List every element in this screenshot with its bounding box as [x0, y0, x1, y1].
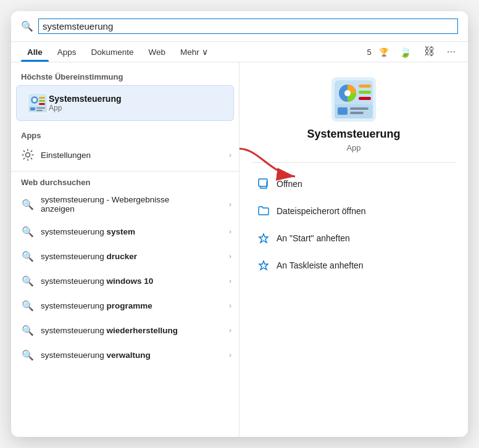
pin-taskbar-icon [257, 259, 270, 272]
app-detail-icon [331, 77, 376, 122]
list-item-web-5[interactable]: 🔍 systemsteuerung programme › [11, 293, 239, 318]
left-panel: Höchste Übereinstimmung Sy [11, 62, 240, 437]
search-web-icon-7: 🔍 [21, 348, 35, 362]
control-panel-icon [27, 92, 49, 114]
search-web-icon-5: 🔍 [21, 299, 35, 312]
web-section-label: Web durchsuchen [11, 175, 239, 189]
search-web-icon-2: 🔍 [21, 225, 35, 238]
arrow-icon-web-5: › [229, 302, 231, 309]
action-open[interactable]: Öffnen [252, 170, 456, 197]
tab-apps[interactable]: Apps [51, 43, 83, 62]
list-item-web-5-label: systemsteuerung programme [41, 301, 229, 310]
action-pin-taskbar-label: An Taskleiste anheften [277, 260, 364, 270]
search-web-icon-6: 🔍 [21, 323, 35, 337]
svg-point-11 [26, 153, 30, 157]
search-bar: 🔍 [11, 11, 468, 42]
best-match-info: Systemsteuerung App [49, 94, 121, 112]
more-options-btn[interactable]: ··· [444, 44, 458, 59]
folder-open-icon [257, 204, 270, 218]
list-item-web-7-label: systemsteuerung verwaltung [41, 351, 229, 360]
arrow-icon-web-4: › [229, 277, 231, 284]
svg-point-3 [33, 98, 36, 102]
tabs-right-icons: 5 🏆 🍃 ⛓ ··· [367, 44, 458, 60]
tab-dokumente[interactable]: Dokumente [85, 43, 140, 62]
action-pin-taskbar[interactable]: An Taskleiste anheften [252, 252, 456, 279]
best-match-item[interactable]: Systemsteuerung App [16, 85, 234, 121]
list-item-einstellungen-label: Einstellungen [41, 151, 229, 160]
list-item-web-2-label: systemsteuerung system [41, 227, 229, 236]
main-content: Höchste Übereinstimmung Sy [11, 62, 468, 437]
best-match-label: Höchste Übereinstimmung [11, 72, 239, 85]
search-web-icon-4: 🔍 [21, 274, 35, 288]
svg-rect-16 [359, 85, 371, 88]
svg-rect-20 [338, 107, 348, 115]
arrow-icon-web-2: › [229, 228, 231, 235]
open-icon [257, 177, 270, 191]
action-pin-start-label: An "Start" anheften [277, 233, 350, 243]
svg-rect-17 [359, 91, 371, 94]
list-item-web-4-label: systemsteuerung windows 10 [41, 276, 229, 286]
arrow-icon-web-3: › [229, 252, 231, 260]
svg-rect-6 [39, 103, 45, 105]
svg-rect-5 [39, 100, 45, 102]
svg-rect-22 [350, 112, 364, 114]
search-window: 🔍 Alle Apps Dokumente Web Mehr ∨ 5 🏆 🍃 ⛓… [11, 11, 468, 437]
settings-icon [21, 148, 35, 162]
svg-rect-10 [36, 110, 43, 111]
best-match-type: App [49, 104, 121, 112]
arrow-icon-web-6: › [229, 326, 231, 334]
list-item-web-2[interactable]: 🔍 systemsteuerung system › [11, 219, 239, 244]
tab-bar: Alle Apps Dokumente Web Mehr ∨ 5 🏆 🍃 ⛓ ·… [11, 42, 468, 62]
list-item-web-6-label: systemsteuerung wiederherstellung [41, 326, 229, 335]
tab-web[interactable]: Web [143, 43, 172, 62]
svg-rect-18 [359, 97, 371, 100]
svg-rect-21 [350, 107, 369, 110]
list-item-web-1-label: systemsteuerung - Webergebnisseanzeigen [41, 195, 229, 214]
action-open-label: Öffnen [277, 179, 302, 189]
search-web-icon-3: 🔍 [21, 249, 35, 263]
action-fileopen-label: Dateispeicherort öffnen [277, 206, 366, 216]
svg-rect-24 [259, 179, 267, 186]
best-match-name: Systemsteuerung [49, 94, 121, 104]
svg-rect-4 [39, 97, 45, 99]
list-item-web-3-label: systemsteuerung drucker [41, 252, 229, 261]
action-pin-start[interactable]: An "Start" anheften [252, 225, 456, 252]
divider-1 [11, 171, 239, 172]
pin-start-icon [257, 231, 270, 245]
arrow-icon-web-1: › [229, 201, 231, 208]
svg-rect-9 [36, 107, 45, 109]
action-list: Öffnen Dateispeicherort öffnen [252, 170, 456, 279]
tab-mehr[interactable]: Mehr ∨ [174, 42, 214, 62]
app-detail-type: App [346, 143, 360, 152]
list-item-web-4[interactable]: 🔍 systemsteuerung windows 10 › [11, 268, 239, 293]
badge-icon: 🏆 [379, 48, 389, 57]
result-count-badge: 5 [367, 48, 372, 57]
apps-section-label: Apps [11, 126, 239, 143]
arrow-icon-web-7: › [229, 351, 231, 359]
app-detail-name: Systemsteuerung [307, 128, 400, 141]
action-fileopen[interactable]: Dateispeicherort öffnen [252, 197, 456, 225]
svg-rect-8 [30, 107, 35, 110]
tab-alle[interactable]: Alle [21, 43, 49, 62]
leaf-icon-btn[interactable]: 🍃 [396, 44, 414, 60]
search-web-icon-1: 🔍 [21, 197, 35, 211]
right-panel: Systemsteuerung App [240, 62, 468, 437]
list-item-einstellungen[interactable]: Einstellungen › [11, 143, 239, 167]
list-item-web-3[interactable]: 🔍 systemsteuerung drucker › [11, 244, 239, 268]
share-icon-btn[interactable]: ⛓ [422, 44, 437, 59]
search-magnifier-icon: 🔍 [21, 20, 33, 32]
list-item-web-1[interactable]: 🔍 systemsteuerung - Webergebnisseanzeige… [11, 189, 239, 219]
svg-point-15 [344, 90, 351, 96]
search-input[interactable] [38, 19, 458, 34]
app-detail: Systemsteuerung App [252, 77, 456, 163]
arrow-icon: › [229, 151, 231, 159]
list-item-web-7[interactable]: 🔍 systemsteuerung verwaltung › [11, 342, 239, 367]
list-item-web-6[interactable]: 🔍 systemsteuerung wiederherstellung › [11, 318, 239, 342]
